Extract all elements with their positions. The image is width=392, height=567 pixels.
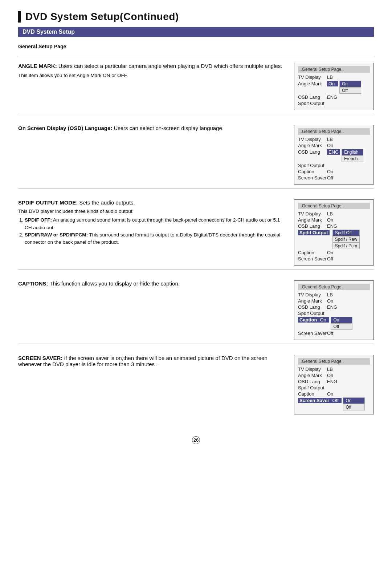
value-tv-display-3: LB bbox=[327, 211, 338, 216]
menu-row-tv-display-1: TV Display LB bbox=[298, 74, 370, 80]
label-osd-lang-4: OSD Lang bbox=[298, 304, 327, 310]
label-tv-display-4: TV Display bbox=[298, 292, 327, 297]
spdif-dropdown[interactable]: Spdif Off Spdif / Raw Spdif / Pcm bbox=[332, 230, 360, 249]
label-spdif-output-4: Spdif Output bbox=[298, 311, 327, 316]
label-spdif-2: Spdif Output bbox=[298, 163, 327, 168]
label-angle-mark-1: Angle Mark bbox=[298, 81, 327, 86]
value-angle-mark-4: On bbox=[327, 298, 338, 304]
osd-panel: ..General Setup Page.. TV Display LB Ang… bbox=[294, 125, 374, 185]
value-angle-mark-5: On bbox=[327, 373, 338, 378]
dropdown-caption-on[interactable]: On bbox=[331, 317, 352, 323]
label-osd-lang-1: OSD Lang bbox=[298, 94, 327, 100]
angle-mark-paragraph: ANGLE MARK: Users can select a particula… bbox=[18, 63, 287, 69]
screen-saver-paragraph: SCREEN SAVER: If the screen saver is on,… bbox=[18, 355, 287, 367]
dropdown-french[interactable]: French bbox=[342, 155, 363, 162]
menu-row-spdif-2: Spdif Output bbox=[298, 163, 370, 168]
dropdown-caption-off[interactable]: Off bbox=[331, 323, 352, 330]
spdif-panel: ..General Setup Page.. TV Display LB Ang… bbox=[294, 199, 374, 266]
value-angle-mark-1: On bbox=[327, 81, 338, 86]
menu-row-tv-display-5: TV Display LB bbox=[298, 366, 370, 372]
dropdown-saver-off[interactable]: Off bbox=[343, 404, 365, 410]
spdif-list-item-2: SPDIF/RAW or SPDIF/PCM: This surround so… bbox=[25, 231, 287, 246]
osd-menu-header: ..General Setup Page.. bbox=[298, 128, 370, 135]
content-area: General Setup Page ANGLE MARK: Users can… bbox=[18, 44, 374, 429]
label-caption-2: Caption bbox=[298, 169, 327, 174]
osd-text: On Screen Display (OSD) Language: Users … bbox=[18, 125, 294, 131]
captions-paragraph: CAPTIONS: This function allows you to di… bbox=[18, 280, 287, 287]
label-caption-5: Caption bbox=[298, 391, 327, 397]
dropdown-spdif-pcm[interactable]: Spdif / Pcm bbox=[332, 243, 360, 249]
spdif-raw-label: SPDIF/RAW or SPDIF/PCM: bbox=[25, 232, 88, 238]
value-angle-mark-3: On bbox=[327, 217, 338, 223]
value-caption-5: On bbox=[327, 391, 338, 397]
label-caption-4: Caption bbox=[298, 317, 318, 323]
label-angle-mark-4: Angle Mark bbox=[298, 298, 327, 304]
dropdown-on-1[interactable]: On bbox=[339, 81, 361, 87]
screen-saver-menu-header: ..General Setup Page.. bbox=[298, 358, 370, 365]
menu-row-osd-lang-4: OSD Lang ENG bbox=[298, 304, 370, 310]
menu-row-spdif-1: Spdif Output bbox=[298, 101, 370, 106]
value-osd-lang-1: ENG bbox=[327, 94, 338, 100]
menu-row-tv-display-3: TV Display LB bbox=[298, 211, 370, 216]
value-caption-3: On bbox=[327, 250, 338, 255]
dropdown-off-1[interactable]: Off bbox=[339, 87, 361, 94]
section-screen-saver: SCREEN SAVER: If the screen saver is on,… bbox=[18, 355, 374, 418]
label-angle-mark-2: Angle Mark bbox=[298, 143, 327, 148]
dropdown-spdif-off[interactable]: Spdif Off bbox=[332, 230, 360, 236]
osd-description: Users can select on-screen display langu… bbox=[114, 125, 224, 131]
menu-row-angle-mark-5: Angle Mark On bbox=[298, 373, 370, 378]
label-screen-saver-5: Screen Saver bbox=[298, 398, 331, 403]
menu-row-screen-saver-2: Screen Saver Off bbox=[298, 175, 370, 181]
general-setup-title: General Setup Page bbox=[18, 44, 287, 49]
label-tv-display-2: TV Display bbox=[298, 137, 327, 142]
label-spdif-output-5: Spdif Output bbox=[298, 385, 327, 390]
caption-dropdown[interactable]: On Off bbox=[331, 317, 352, 330]
menu-row-spdif-5: Spdif Output bbox=[298, 385, 370, 390]
page-number-circle: 26 bbox=[192, 436, 200, 444]
general-setup-text: General Setup Page bbox=[18, 44, 294, 52]
angle-mark-panel: ..General Setup Page.. TV Display LB Ang… bbox=[294, 63, 374, 110]
value-screen-saver-3: Off bbox=[327, 256, 338, 262]
dropdown-spdif-raw[interactable]: Spdif / Raw bbox=[332, 236, 360, 243]
spdif-text: SPDIF OUTPUT MODE: Sets the audio output… bbox=[18, 199, 294, 246]
section-general-setup: General Setup Page bbox=[18, 44, 374, 56]
menu-row-caption-5: Caption On bbox=[298, 391, 370, 397]
spdif-menu-box: ..General Setup Page.. TV Display LB Ang… bbox=[294, 199, 374, 266]
menu-row-angle-mark-2: Angle Mark On bbox=[298, 143, 370, 148]
angle-mark-title: ANGLE MARK: bbox=[18, 63, 57, 69]
menu-row-screen-saver-5: Screen Saver Off On Off bbox=[298, 397, 370, 410]
dropdown-english[interactable]: English bbox=[342, 149, 363, 155]
menu-row-spdif-3: Spdif Output Spdif Off Spdif / Raw Spdif… bbox=[298, 230, 370, 249]
angle-mark-description: Users can select a particular camera ang… bbox=[58, 63, 282, 69]
captions-panel: ..General Setup Page.. TV Display LB Ang… bbox=[294, 280, 374, 340]
menu-row-screen-saver-4: Screen Saver Off bbox=[298, 331, 370, 336]
section-header: DVD System Setup bbox=[18, 27, 374, 37]
value-osd-lang-3: ENG bbox=[327, 223, 338, 229]
screen-saver-text: SCREEN SAVER: If the screen saver is on,… bbox=[18, 355, 294, 367]
captions-menu-header: ..General Setup Page.. bbox=[298, 284, 370, 290]
dropdown-saver-on[interactable]: On bbox=[343, 397, 365, 404]
label-screen-saver-4: Screen Saver bbox=[298, 331, 327, 336]
captions-description: This function allows you to display or h… bbox=[49, 280, 180, 287]
section-angle-mark: ANGLE MARK: Users can select a particula… bbox=[18, 63, 374, 114]
value-osd-lang-5: ENG bbox=[327, 379, 338, 384]
value-tv-display-4: LB bbox=[327, 292, 338, 297]
page-title: DVD System Setup(Continued) bbox=[18, 11, 374, 23]
label-tv-display-5: TV Display bbox=[298, 366, 327, 372]
osd-lang-dropdown[interactable]: English French bbox=[342, 149, 363, 162]
captions-menu-box: ..General Setup Page.. TV Display LB Ang… bbox=[294, 280, 374, 340]
label-angle-mark-3: Angle Mark bbox=[298, 217, 327, 223]
label-osd-lang-2: OSD Lang bbox=[298, 149, 327, 155]
screen-saver-dropdown[interactable]: On Off bbox=[343, 397, 365, 410]
menu-row-screen-saver-3: Screen Saver Off bbox=[298, 256, 370, 262]
menu-row-caption-3: Caption On bbox=[298, 250, 370, 255]
menu-row-tv-display-2: TV Display LB bbox=[298, 137, 370, 142]
menu-row-spdif-4: Spdif Output bbox=[298, 311, 370, 316]
screen-saver-menu-box: ..General Setup Page.. TV Display LB Ang… bbox=[294, 355, 374, 414]
label-spdif-1: Spdif Output bbox=[298, 101, 327, 106]
screen-saver-panel: ..General Setup Page.. TV Display LB Ang… bbox=[294, 355, 374, 414]
spdif-note: This DVD player includes three kinds of … bbox=[18, 208, 287, 215]
angle-mark-dropdown[interactable]: On Off bbox=[339, 81, 361, 94]
menu-row-tv-display-4: TV Display LB bbox=[298, 292, 370, 297]
angle-mark-menu-header: ..General Setup Page.. bbox=[298, 66, 370, 73]
